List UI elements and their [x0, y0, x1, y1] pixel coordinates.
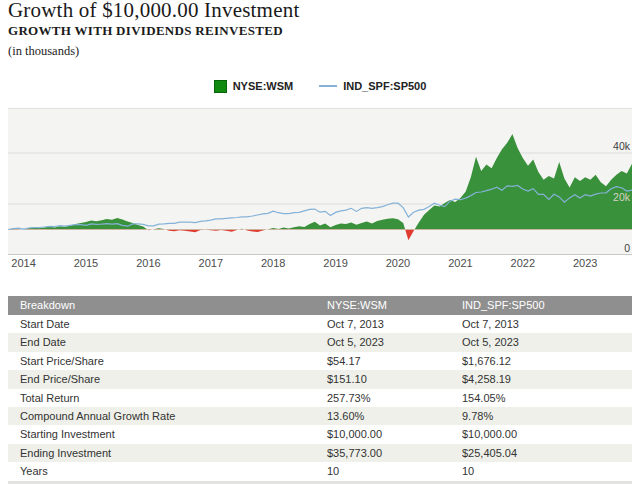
table-cell-col1: 10	[327, 462, 462, 480]
legend-label: NYSE:WSM	[233, 80, 294, 92]
units-note: (in thousands)	[8, 44, 79, 59]
x-axis-label-2018: 2018	[251, 257, 295, 269]
growth-chart-svg[interactable]	[8, 109, 632, 255]
page-subtitle: GROWTH WITH DIVIDENDS REINVESTED	[8, 23, 283, 39]
y-axis-label-20k: 20k	[613, 192, 630, 203]
table-row-end-date: End DateOct 5, 2023Oct 5, 2023	[8, 333, 632, 351]
table-header-cell-col2: IND_SPF:SP500	[462, 296, 632, 315]
y-axis-label-40k: 40k	[613, 141, 630, 152]
table-row-start-date: Start DateOct 7, 2013Oct 7, 2013	[8, 315, 632, 333]
table-cell-col1: $151.10	[327, 370, 462, 388]
table-header-cell-col1: NYSE:WSM	[327, 296, 462, 315]
x-axis-label-2019: 2019	[314, 257, 358, 269]
x-axis-label-2014: 2014	[2, 257, 46, 269]
table-cell-col0: Start Date	[8, 315, 327, 333]
breakdown-table: BreakdownNYSE:WSMIND_SPF:SP500Start Date…	[8, 296, 632, 481]
table-header-row: BreakdownNYSE:WSMIND_SPF:SP500	[8, 296, 632, 315]
x-axis-label-2015: 2015	[64, 257, 108, 269]
table-row-total-return: Total Return257.73%154.05%	[8, 389, 632, 407]
table-cell-col1: Oct 7, 2013	[327, 315, 462, 333]
table-row-end-price-share: End Price/Share$151.10$4,258.19	[8, 370, 632, 388]
table-cell-col1: 257.73%	[327, 389, 462, 407]
table-cell-col1: $54.17	[327, 352, 462, 370]
legend-label: IND_SPF:SP500	[343, 80, 426, 92]
table-cell-col2: $25,405.04	[462, 444, 632, 462]
table-cell-col2: $10,000.00	[462, 425, 632, 443]
table-cell-col1: $35,773.00	[327, 444, 462, 462]
y-axis-label-0: 0	[624, 243, 630, 254]
table-cell-col1: Oct 5, 2023	[327, 333, 462, 351]
x-axis-label-2017: 2017	[189, 257, 233, 269]
table-cell-col2: 154.05%	[462, 389, 632, 407]
page: Growth of $10,000.00 Investment GROWTH W…	[0, 0, 640, 484]
table-row-start-price-share: Start Price/Share$54.17$1,676.12	[8, 352, 632, 370]
table-cell-col0: Starting Investment	[8, 425, 327, 443]
table-cell-col2: Oct 7, 2013	[462, 315, 632, 333]
table-cell-col2: Oct 5, 2023	[462, 333, 632, 351]
table-cell-col2: $1,676.12	[462, 352, 632, 370]
area-series-swatch-icon	[214, 80, 227, 93]
growth-chart-plot-area[interactable]: 020k40k	[8, 108, 632, 255]
table-cell-col2: 9.78%	[462, 407, 632, 425]
chart-legend: NYSE:WSMIND_SPF:SP500	[0, 78, 640, 94]
table-cell-col0: End Price/Share	[8, 370, 327, 388]
line-series-swatch-icon	[319, 85, 337, 87]
x-axis-label-2020: 2020	[376, 257, 420, 269]
table-cell-col2: 10	[462, 462, 632, 480]
x-axis-label-2021: 2021	[438, 257, 482, 269]
table-cell-col0: Compound Annual Growth Rate	[8, 407, 327, 425]
legend-item-ind-spf-sp500[interactable]: IND_SPF:SP500	[319, 80, 426, 92]
table-cell-col0: Start Price/Share	[8, 352, 327, 370]
table-row-ending-investment: Ending Investment$35,773.00$25,405.04	[8, 444, 632, 462]
x-axis-label-2022: 2022	[501, 257, 545, 269]
x-axis-label-2023: 2023	[563, 257, 607, 269]
table-cell-col0: End Date	[8, 333, 327, 351]
table-cell-col0: Ending Investment	[8, 444, 327, 462]
table-row-years: Years1010	[8, 462, 632, 480]
table-header-cell-col0: Breakdown	[8, 296, 327, 315]
table-cell-col1: $10,000.00	[327, 425, 462, 443]
page-title: Growth of $10,000.00 Investment	[8, 0, 299, 23]
legend-item-nyse-wsm[interactable]: NYSE:WSM	[214, 80, 294, 93]
table-cell-col2: $4,258.19	[462, 370, 632, 388]
x-axis-label-2016: 2016	[126, 257, 170, 269]
table-cell-col0: Years	[8, 462, 327, 480]
table-row-compound-annual-growth-rate: Compound Annual Growth Rate13.60%9.78%	[8, 407, 632, 425]
table-row-starting-investment: Starting Investment$10,000.00$10,000.00	[8, 425, 632, 443]
table-cell-col0: Total Return	[8, 389, 327, 407]
table-cell-col1: 13.60%	[327, 407, 462, 425]
